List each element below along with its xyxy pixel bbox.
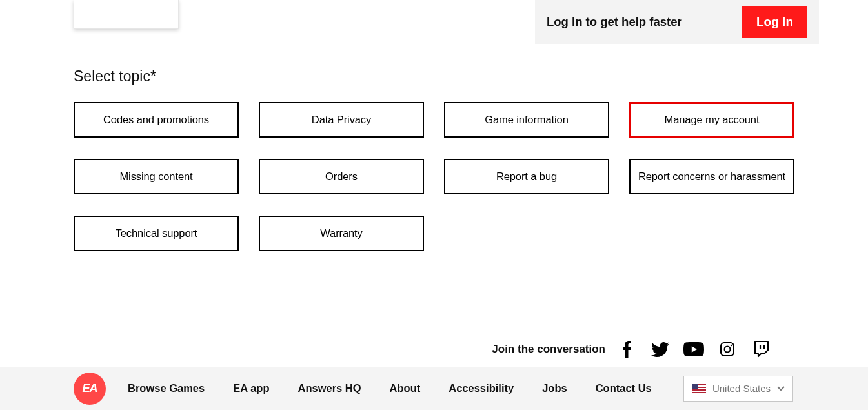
topic-button[interactable]: Warranty <box>259 216 424 251</box>
topic-button[interactable]: Technical support <box>74 216 239 251</box>
topic-button[interactable]: Codes and promotions <box>74 102 239 138</box>
topic-button[interactable]: Orders <box>259 159 424 194</box>
topic-grid: Codes and promotionsData PrivacyGame inf… <box>74 102 794 251</box>
country-label: United States <box>712 383 771 394</box>
chevron-down-icon <box>777 385 785 393</box>
topic-button[interactable]: Data Privacy <box>259 102 424 138</box>
login-text: Log in to get help faster <box>547 15 682 29</box>
select-topic-heading: Select topic* <box>74 68 156 85</box>
card-placeholder <box>74 0 179 29</box>
login-bar: Log in to get help faster Log in <box>535 0 819 44</box>
topic-button[interactable]: Missing content <box>74 159 239 194</box>
footer-link[interactable]: About <box>390 382 421 395</box>
footer-link[interactable]: Answers HQ <box>298 382 361 395</box>
facebook-icon[interactable] <box>613 340 640 358</box>
footer-link[interactable]: Contact Us <box>596 382 652 395</box>
footer-link[interactable]: Browse Games <box>128 382 205 395</box>
topic-button[interactable]: Manage my account <box>629 102 794 138</box>
footer: EA Browse GamesEA appAnswers HQAboutAcce… <box>0 367 868 410</box>
youtube-icon[interactable] <box>680 340 707 358</box>
footer-link[interactable]: Jobs <box>542 382 567 395</box>
footer-link[interactable]: EA app <box>233 382 269 395</box>
footer-links: Browse GamesEA appAnswers HQAboutAccessi… <box>128 382 652 395</box>
topic-button[interactable]: Report a bug <box>444 159 609 194</box>
twitter-icon[interactable] <box>647 340 674 358</box>
login-button[interactable]: Log in <box>742 6 807 38</box>
topic-button[interactable]: Report concerns or harassment <box>629 159 794 194</box>
twitch-icon[interactable] <box>747 340 774 358</box>
country-selector[interactable]: United States <box>683 376 793 402</box>
flag-us-icon <box>692 384 706 393</box>
instagram-icon[interactable] <box>714 340 741 358</box>
svg-point-2 <box>731 345 732 346</box>
footer-link[interactable]: Accessibility <box>449 382 514 395</box>
svg-point-1 <box>725 347 731 353</box>
topic-button[interactable]: Game information <box>444 102 609 138</box>
svg-rect-0 <box>721 343 734 356</box>
ea-logo[interactable]: EA <box>74 373 106 405</box>
conversation-label: Join the conversation <box>492 343 605 356</box>
conversation-row: Join the conversation <box>492 340 774 358</box>
